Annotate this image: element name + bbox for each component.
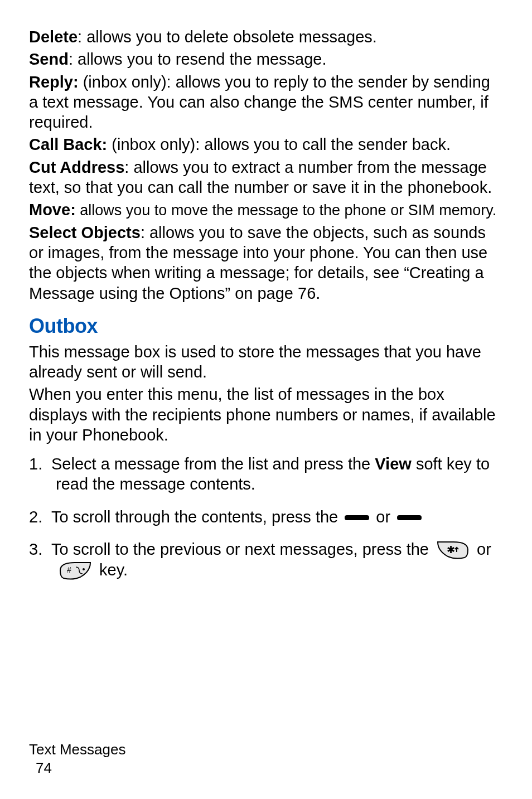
option-reply: Reply: (inbox only): allows you to reply…	[29, 72, 503, 133]
nav-key-icon	[345, 515, 369, 520]
svg-text:#: #	[67, 565, 71, 574]
option-move: Move: allows you to move the message to …	[29, 200, 503, 220]
step1-bold: View	[375, 455, 412, 473]
desc-callback: (inbox only): allows you to call the sen…	[107, 135, 451, 153]
footer-title: Text Messages	[29, 740, 125, 759]
heading-outbox: Outbox	[29, 313, 503, 338]
term-callback: Call Back:	[29, 135, 107, 153]
term-delete: Delete	[29, 28, 78, 46]
step2-mid: or	[371, 508, 395, 526]
desc-send: : allows you to resend the message.	[69, 50, 327, 68]
option-send: Send: allows you to resend the message.	[29, 49, 503, 69]
option-selectobjects: Select Objects: allows you to save the o…	[29, 222, 503, 303]
step2-pre: To scroll through the contents, press th…	[51, 508, 342, 526]
step3-pre: To scroll to the previous or next messag…	[51, 540, 433, 558]
term-reply: Reply:	[29, 73, 79, 91]
svg-point-2	[83, 568, 85, 570]
step-number: 2.	[29, 507, 51, 527]
desc-move: allows you to move the message to the ph…	[76, 202, 496, 219]
star-key-icon: ✱	[437, 541, 469, 560]
step-number: 3.	[29, 539, 51, 559]
term-cutaddress: Cut Address	[29, 158, 124, 176]
term-send: Send	[29, 50, 69, 68]
steps-list: 1.Select a message from the list and pre…	[29, 454, 503, 580]
desc-delete: : allows you to delete obsolete messages…	[78, 28, 377, 46]
outbox-para2: When you enter this menu, the list of me…	[29, 384, 503, 445]
term-selectobjects: Select Objects	[29, 224, 141, 241]
step3-key: key.	[99, 561, 128, 579]
step-3: 3.To scroll to the previous or next mess…	[29, 539, 503, 581]
step-number: 1.	[29, 454, 51, 474]
outbox-para1: This message box is used to store the me…	[29, 342, 503, 382]
step1-pre: Select a message from the list and press…	[51, 455, 375, 473]
hash-key-icon: #	[59, 561, 91, 580]
step3-or: or	[477, 540, 491, 558]
desc-reply: (inbox only): allows you to reply to the…	[29, 73, 490, 132]
option-delete: Delete: allows you to delete obsolete me…	[29, 27, 503, 47]
term-move: Move:	[29, 201, 76, 219]
option-callback: Call Back: (inbox only): allows you to c…	[29, 134, 503, 154]
step-2: 2.To scroll through the contents, press …	[29, 507, 503, 527]
nav-key-icon	[397, 515, 422, 520]
footer-page-number: 74	[36, 759, 125, 777]
svg-text:✱: ✱	[447, 544, 455, 555]
step-1: 1.Select a message from the list and pre…	[29, 454, 503, 495]
page-footer: Text Messages 74	[29, 740, 125, 777]
option-cutaddress: Cut Address: allows you to extract a num…	[29, 157, 503, 198]
